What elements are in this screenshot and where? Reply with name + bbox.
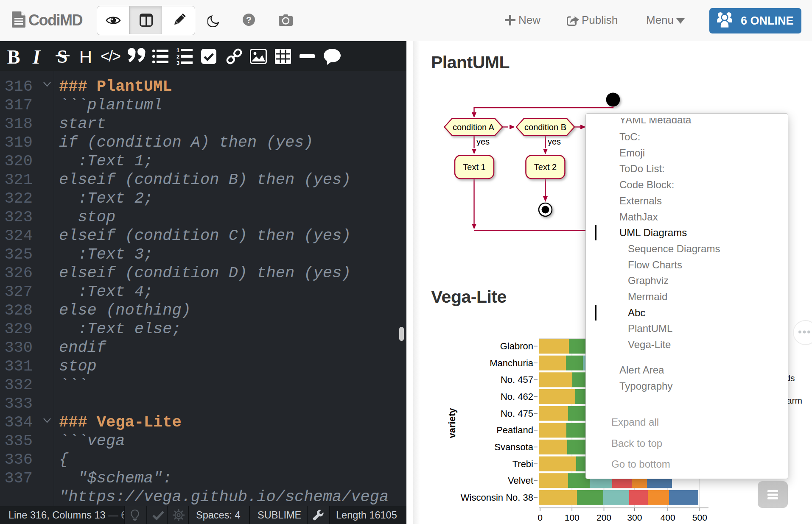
- svg-text:Svansota: Svansota: [494, 442, 533, 452]
- svg-text:Text 1: Text 1: [463, 162, 485, 172]
- svg-text:yes: yes: [476, 137, 490, 146]
- svg-text:200: 200: [596, 513, 611, 522]
- svg-text:3: 3: [176, 60, 179, 65]
- svg-text:yes: yes: [548, 137, 561, 146]
- svg-text:?: ?: [246, 15, 252, 25]
- svg-text:No. 462: No. 462: [501, 391, 533, 402]
- svg-text:Velvet: Velvet: [508, 475, 533, 486]
- svg-text:condition B: condition B: [524, 123, 566, 132]
- svg-text:No. 475: No. 475: [501, 408, 533, 419]
- svg-text:1: 1: [176, 47, 179, 53]
- svg-text:500: 500: [692, 513, 707, 522]
- svg-text:No. 457: No. 457: [501, 374, 533, 385]
- svg-text:Peatland: Peatland: [496, 425, 533, 435]
- svg-text:Text 2: Text 2: [534, 162, 557, 172]
- svg-text:Trebi: Trebi: [512, 459, 533, 469]
- svg-text:0: 0: [538, 513, 543, 522]
- svg-text:Manchuria: Manchuria: [490, 358, 533, 368]
- svg-text:Glabron: Glabron: [500, 341, 533, 351]
- svg-text:condition A: condition A: [453, 123, 495, 132]
- svg-text:400: 400: [661, 513, 675, 522]
- svg-text:300: 300: [627, 513, 642, 522]
- svg-text:Wisconsin No. 38: Wisconsin No. 38: [461, 492, 533, 503]
- svg-text:2: 2: [176, 53, 179, 60]
- svg-text:100: 100: [565, 513, 580, 522]
- svg-text:variety: variety: [447, 408, 457, 438]
